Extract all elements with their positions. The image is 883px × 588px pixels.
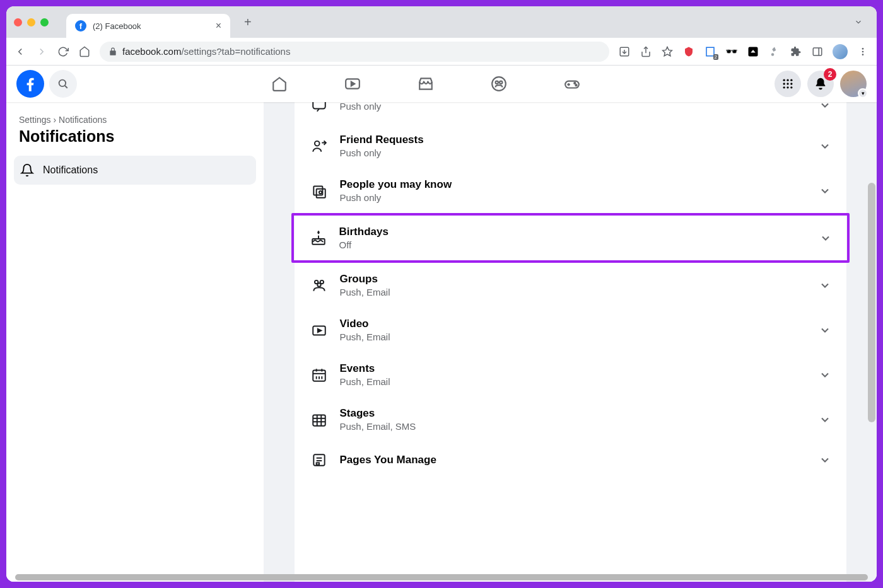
row-subtitle: Push only [340,102,807,112]
minimize-window-button[interactable] [27,18,35,26]
svg-point-30 [783,86,785,88]
row-subtitle: Push, Email [340,331,807,342]
chevron-down-icon [819,279,831,292]
pages-icon [310,452,329,468]
close-tab-button[interactable]: × [216,20,221,32]
svg-point-24 [783,79,785,81]
lock-icon [108,47,117,56]
browser-menu-button[interactable] [857,45,869,58]
breadcrumb-current: Notifications [59,115,107,125]
facebook-logo[interactable] [16,70,44,98]
share-icon[interactable] [640,45,652,58]
setting-row-comment[interactable]: Push only [295,102,846,124]
facebook-favicon: f [75,20,86,32]
setting-row-stages[interactable]: StagesPush, Email, SMS [295,397,846,442]
row-text: Friend RequestsPush only [340,134,807,158]
row-subtitle: Push, Email [340,376,807,387]
profile-avatar-button[interactable] [833,44,848,59]
extensions-puzzle-icon[interactable] [790,45,802,58]
browser-tab[interactable]: f (2) Facebook × [66,14,230,38]
svg-point-11 [862,54,864,55]
video-icon [310,322,329,338]
marketplace-nav-icon[interactable] [418,76,434,92]
row-text: Pages You Manage [340,454,807,466]
row-subtitle: Off [339,239,808,250]
svg-rect-53 [313,415,325,425]
back-button[interactable] [14,45,26,58]
extension-adblock-icon[interactable] [682,45,695,58]
row-text: EventsPush, Email [340,362,807,387]
extension-face-icon[interactable]: 🕶️ [725,45,738,58]
chevron-down-icon [819,413,831,426]
row-text: People you may knowPush only [340,178,807,203]
maximize-window-button[interactable] [40,18,49,26]
svg-point-26 [790,79,792,81]
svg-point-32 [790,86,792,88]
new-tab-button[interactable]: + [244,15,252,30]
extension-send-icon[interactable] [747,45,759,58]
content-wrap: Settings › Notifications Notifications N… [6,66,877,582]
row-text: GroupsPush, Email [340,273,807,297]
notification-badge: 2 [824,68,836,81]
row-text: BirthdaysOff [339,226,808,250]
row-subtitle: Push only [340,147,807,158]
svg-rect-7 [813,48,822,55]
tabs-overflow-button[interactable] [854,18,863,26]
watch-nav-icon[interactable] [344,76,361,92]
side-panel-icon[interactable] [811,45,824,58]
home-nav-icon[interactable] [271,76,288,92]
row-subtitle: Push only [340,192,807,203]
svg-point-43 [317,283,320,286]
extension-brush-icon[interactable] [768,45,781,58]
sidebar-item-notifications[interactable]: Notifications [14,156,256,185]
svg-marker-15 [351,82,354,86]
horizontal-scrollbar[interactable] [15,574,868,580]
setting-row-events[interactable]: EventsPush, Email [295,352,846,397]
notification-settings-panel: Push onlyFriend RequestsPush onlyPeople … [295,102,846,582]
groups-icon [310,277,329,294]
page-title: Notifications [14,125,256,156]
highlight-box: BirthdaysOff [291,213,850,263]
gaming-nav-icon[interactable] [564,76,580,92]
notifications-button[interactable]: 2 [807,71,834,97]
svg-point-27 [783,83,785,84]
svg-marker-3 [663,47,672,55]
toolbar-icons: 2 🕶️ [618,44,869,59]
groups-nav-icon[interactable] [491,76,507,92]
row-text: Push only [340,102,807,112]
setting-row-groups[interactable]: GroupsPush, Email [295,263,846,308]
setting-row-people[interactable]: People you may knowPush only [295,168,846,213]
facebook-search-button[interactable] [49,70,77,98]
forward-button[interactable] [35,45,48,58]
svg-marker-45 [317,328,320,331]
facebook-topbar: 2 ▾ [6,66,877,102]
svg-rect-33 [313,102,325,108]
svg-line-13 [65,86,67,88]
omnibox[interactable]: facebook.com/settings?tab=notifications [100,42,609,62]
svg-point-34 [314,141,319,146]
close-window-button[interactable] [14,18,22,26]
breadcrumb-separator: › [53,115,56,125]
vertical-scrollbar[interactable] [868,183,875,422]
setting-row-pages[interactable]: Pages You Manage [295,442,846,478]
setting-row-friend-request[interactable]: Friend RequestsPush only [295,124,846,168]
breadcrumb-root[interactable]: Settings [19,115,51,125]
svg-point-18 [500,81,502,84]
home-button[interactable] [78,45,91,58]
tab-title: (2) Facebook [93,21,209,31]
setting-row-video[interactable]: VideoPush, Email [295,308,846,352]
extension-saved-icon[interactable]: 2 [704,45,716,58]
row-title: People you may know [340,178,807,191]
menu-grid-button[interactable] [775,71,801,97]
row-title: Pages You Manage [340,454,807,466]
row-title: Stages [340,407,807,420]
events-icon [310,367,329,383]
account-avatar-button[interactable]: ▾ [840,71,867,97]
bookmark-star-icon[interactable] [661,45,674,58]
main-panel-area: Push onlyFriend RequestsPush onlyPeople … [264,102,877,582]
install-icon[interactable] [618,45,631,58]
reload-button[interactable] [57,45,69,58]
svg-rect-46 [313,370,325,381]
setting-row-birthday[interactable]: BirthdaysOff [294,216,847,260]
row-title: Video [340,318,807,330]
